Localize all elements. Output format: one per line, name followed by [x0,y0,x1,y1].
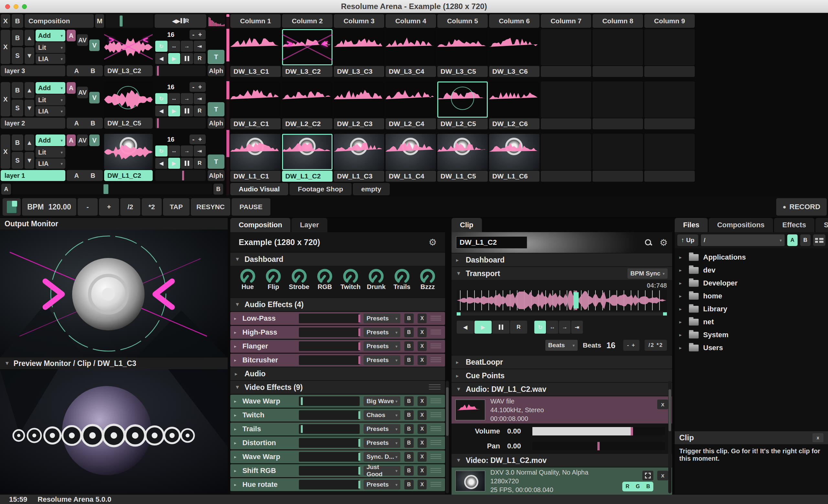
dashboard-knob-flip[interactable]: Flip [262,267,285,291]
layer-transport-record[interactable]: R [194,53,206,64]
clip-thumbnail[interactable] [282,82,332,118]
expand-triangle-icon[interactable]: ▸ [679,267,685,273]
clip-audio-section-header[interactable]: ▼ Audio: DW_L1_C2.wav [452,383,672,396]
transport-section-header[interactable]: ▼ Transport BPM Sync ▾ [452,267,672,280]
gear-icon[interactable]: ⚙ [660,237,668,248]
clip-name[interactable]: DW_L3_C2 [282,66,332,77]
beatloopr-section-header[interactable]: ▸ BeatLoopr [452,356,672,369]
layer-loop-forward[interactable]: → [181,41,193,52]
tab-files[interactable]: Files [675,218,708,232]
clip-thumbnail[interactable] [230,134,281,170]
composition-master-button[interactable]: M [95,14,104,28]
assign-b-button[interactable]: B [91,172,95,179]
empty-clip-slot[interactable] [644,134,695,170]
effect-remove-button[interactable]: X [418,396,427,406]
clip-name[interactable]: DW_L2_C6 [489,118,539,129]
dashboard-knob-rgb[interactable]: RGB [314,267,336,291]
layer-alpha-label[interactable]: Alph [208,65,224,76]
layer-loop-hold[interactable]: ⇥ [194,41,206,52]
tab-clip[interactable]: Clip [452,218,482,232]
effect-opacity-slider[interactable] [299,480,360,490]
lia-mode-dropdown[interactable]: LIA▾ [36,158,65,169]
folder-row-users[interactable]: ▸Users [675,341,828,354]
channel-toggle-g[interactable]: G [633,482,643,491]
layer-loop-forward[interactable]: → [181,145,193,156]
layer-transport-play[interactable]: ▶ [168,105,180,117]
tab-compositions[interactable]: Compositions [709,218,773,232]
composition-transport-play[interactable]: ▶ [176,18,180,25]
crossfader-b-button[interactable]: B [213,184,223,195]
assign-a-button[interactable]: A [74,120,79,127]
zoom-window-icon[interactable] [22,4,27,9]
layer-solo-button[interactable]: S [12,47,23,64]
layer-transport-pause[interactable] [181,53,193,64]
scrollbar[interactable] [446,381,449,493]
search-icon[interactable] [645,239,652,247]
audio-only-button[interactable]: A [67,30,76,41]
channel-toggle-r[interactable]: R [622,482,633,491]
deck-a-button[interactable]: A [787,234,798,246]
clip-transport-record[interactable]: R [510,321,527,334]
clip-thumbnail[interactable] [489,134,539,170]
slider-handle[interactable] [597,442,599,450]
blend-mode-dropdown[interactable]: Add▾ [36,30,65,41]
empty-clip-slot[interactable] [644,82,695,118]
expand-triangle-icon[interactable]: ▸ [234,468,238,473]
volume-slider[interactable] [532,427,665,436]
effect-opacity-slider[interactable] [299,424,360,434]
layer-active-clip-thumbnail[interactable]: >< [104,29,153,65]
composition-transport-back[interactable]: ◀ [172,18,176,25]
bpm-button-RESYNC[interactable]: RESYNC [191,198,230,216]
clip-name[interactable]: DW_L1_C3 [334,171,384,182]
effect-bypass-button[interactable]: B [404,396,414,406]
close-window-icon[interactable] [5,4,10,9]
composition-master-slider[interactable] [106,14,153,28]
layer-clip-progress[interactable] [155,65,206,76]
clip-name[interactable]: DW_L1_C4 [385,171,436,182]
clip-thumbnail[interactable] [385,134,436,170]
layer-active-clip-name[interactable]: DW_L2_C5 [104,118,153,129]
list-view-button[interactable] [813,234,825,246]
clip-transport-play[interactable]: ▶ [474,321,492,334]
empty-clip-slot[interactable] [592,29,643,65]
empty-clip-name[interactable] [541,66,591,77]
drag-handle-icon[interactable] [430,440,441,446]
effect-opacity-slider[interactable] [299,410,360,420]
slider-handle[interactable] [120,15,123,27]
effect-preset-dropdown[interactable]: Presets▾ [364,355,401,365]
clip-name[interactable]: DW_L1_C1 [230,171,281,182]
effect-opacity-slider[interactable] [299,452,360,462]
layer-clip-progress[interactable] [155,118,206,129]
layer-clear-button[interactable]: X [1,135,10,169]
layer-active-clip-thumbnail[interactable] [104,82,153,117]
expand-triangle-icon[interactable]: ▸ [679,255,685,260]
dashboard-knob-twitch[interactable]: Twitch [339,267,362,291]
audio-section-header[interactable]: ▸ Audio [230,367,445,380]
folder-row-home[interactable]: ▸home [675,290,828,303]
expand-triangle-icon[interactable]: ▸ [234,426,238,431]
dashboard-knob-bzzz[interactable]: Bzzz [416,267,439,291]
expand-triangle-icon[interactable]: ▸ [679,345,685,351]
drag-handle-icon[interactable] [430,426,441,431]
empty-clip-name[interactable] [592,118,643,129]
layer-beats-value[interactable]: 16 [155,30,186,39]
effect-preset-dropdown[interactable]: Presets▾ [364,341,401,351]
dashboard-knob-drunk[interactable]: Drunk [365,267,387,291]
layer-clip-progress[interactable] [155,170,206,181]
video-only-button[interactable]: V [89,39,99,51]
folder-row-developer[interactable]: ▸Developer [675,277,828,290]
folder-row-dev[interactable]: ▸dev [675,264,828,277]
clip-name[interactable]: DW_L3_C1 [230,66,281,77]
beats-minus-plus-button[interactable]: - + [623,340,639,351]
tab-layer[interactable]: Layer [291,218,327,232]
expand-triangle-icon[interactable]: ▸ [679,319,685,325]
fullscreen-button[interactable] [643,471,653,480]
layer-transport-back[interactable]: ◀ [155,105,168,117]
effect-opacity-slider[interactable] [299,396,360,406]
drag-handle-icon[interactable] [430,399,441,404]
composition-bypass-button[interactable]: B [12,14,23,28]
audio-effects-section-header[interactable]: ▼ Audio Effects (4) [230,298,445,311]
clip-thumbnail[interactable] [437,82,488,118]
clip-loop-hold[interactable]: ⇥ [571,321,583,334]
layer-beats-minus-plus[interactable]: - + [190,135,206,144]
